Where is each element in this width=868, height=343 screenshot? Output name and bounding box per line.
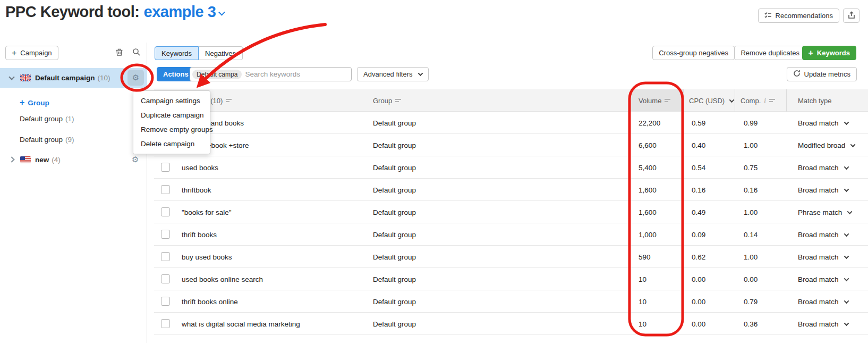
volume-header-label: Volume [639, 97, 661, 105]
search-icon[interactable] [132, 48, 141, 58]
chevron-down-icon [844, 276, 849, 281]
keyword-cell: thrift books [182, 223, 217, 246]
row-checkbox[interactable] [161, 297, 170, 306]
row-checkbox[interactable] [161, 185, 170, 194]
search-keywords-input[interactable] [245, 70, 351, 78]
column-header-comp[interactable]: Comp. i [741, 89, 775, 112]
table-row: thriftbook Default group 1,600 0.16 0.16… [154, 179, 868, 201]
collapse-chevron-icon[interactable] [8, 74, 14, 80]
sort-icon[interactable] [395, 98, 401, 103]
match-type-dropdown[interactable]: Phrase match [798, 201, 852, 223]
comp-cell: 0.00 [744, 268, 758, 290]
match-type-dropdown[interactable]: Broad match [798, 179, 848, 201]
row-checkbox[interactable] [161, 163, 170, 172]
cpc-cell: 0.00 [692, 290, 705, 313]
cpc-cell: 0.40 [692, 134, 705, 156]
table-row: second hand books Default group 22,200 0… [154, 112, 868, 134]
group-cell: Default group [373, 156, 416, 179]
match-type-dropdown[interactable]: Modified broad [798, 134, 855, 156]
table-row: thrift books online Default group 10 0.0… [154, 290, 868, 313]
group-cell: Default group [373, 223, 416, 246]
group-cell: Default group [373, 179, 416, 201]
chevron-down-icon[interactable] [218, 9, 225, 16]
sort-icon[interactable] [665, 98, 670, 103]
match-type-dropdown[interactable]: Broad match [798, 290, 848, 313]
volume-cell: 10 [639, 313, 646, 335]
ppc-keyword-tool-app: PPC Keyword tool:example 3 Recommendatio… [0, 0, 868, 343]
sidebar-item-default-campaign[interactable]: Default campaign (10) ⚙ [0, 68, 147, 88]
menu-item-duplicate-campaign[interactable]: Duplicate campaign [133, 108, 210, 122]
comp-cell: 0.79 [744, 290, 758, 313]
group-cell: Default group [373, 246, 416, 268]
campaign-gear-icon[interactable]: ⚙ [127, 70, 144, 86]
match-type-dropdown[interactable]: Broad match [798, 112, 848, 134]
volume-cell: 10 [639, 268, 646, 290]
plus-icon: + [12, 48, 16, 58]
row-checkbox[interactable] [161, 319, 170, 328]
volume-cell: 22,200 [639, 112, 660, 134]
match-type-dropdown[interactable]: Broad match [798, 268, 848, 290]
cpc-cell: 0.62 [692, 246, 705, 268]
campaign-filter-chip[interactable]: Default campa [192, 70, 242, 79]
advanced-filters-button[interactable]: Advanced filters [357, 67, 429, 81]
sort-icon[interactable] [769, 98, 775, 103]
project-name-dropdown[interactable]: example 3 [144, 3, 216, 20]
chevron-down-icon [844, 164, 849, 170]
refresh-icon [793, 70, 801, 79]
row-checkbox[interactable] [161, 207, 170, 216]
chevron-down-icon [844, 120, 849, 125]
sidebar-item-default-group-9[interactable]: Default group (9) [0, 131, 147, 147]
chevron-down-icon [844, 254, 849, 259]
page-title-text: PPC Keyword tool: [5, 3, 140, 20]
match-type-dropdown[interactable]: Broad match [798, 223, 848, 246]
trash-icon[interactable] [115, 48, 123, 58]
group-cell: Default group [373, 290, 416, 313]
update-metrics-button[interactable]: Update metrics [787, 67, 857, 81]
export-button[interactable] [843, 9, 860, 23]
match-type-label: Broad match [798, 231, 839, 239]
row-checkbox[interactable] [161, 230, 170, 239]
match-type-header-label: Match type [798, 97, 832, 105]
remove-duplicates-button[interactable]: Remove duplicates [734, 46, 806, 60]
cpc-cell: 0.16 [692, 179, 705, 201]
advanced-filters-label: Advanced filters [363, 70, 413, 78]
column-header-cpc[interactable]: CPC (USD) [689, 89, 734, 112]
match-type-dropdown[interactable]: Broad match [798, 313, 848, 335]
add-keywords-button[interactable]: + Keywords [802, 46, 856, 60]
menu-item-delete-campaign[interactable]: Delete campaign [133, 137, 210, 151]
sidebar-item-default-group-1[interactable]: Default group (1) [0, 111, 147, 127]
row-checkbox[interactable] [161, 252, 170, 261]
group-count: (9) [65, 136, 74, 144]
sidebar-item-new-campaign[interactable]: new (4) ⚙ [0, 152, 147, 168]
menu-item-remove-empty-groups[interactable]: Remove empty groups [133, 122, 210, 137]
column-header-group[interactable]: Group [373, 89, 401, 112]
actions-label: Actions [163, 70, 189, 78]
cpc-cell: 0.00 [692, 313, 705, 335]
cross-group-negatives-button[interactable]: Cross-group negatives [652, 46, 735, 60]
cpc-cell: 0.00 [692, 268, 705, 290]
cpc-cell: 0.59 [692, 112, 705, 134]
group-cell: Default group [373, 134, 416, 156]
comp-cell: 0.14 [744, 223, 758, 246]
tab-keywords[interactable]: Keywords [155, 46, 199, 60]
group-cell: Default group [373, 268, 416, 290]
table-header: Keyword (10) Group Volume CPC (USD) Comp… [154, 89, 868, 112]
page-title: PPC Keyword tool:example 3 [5, 3, 224, 21]
sort-icon[interactable] [226, 98, 232, 103]
recommendations-button[interactable]: Recommendations [758, 9, 839, 23]
expand-chevron-icon[interactable] [8, 156, 14, 162]
tab-negatives[interactable]: Negatives [199, 46, 243, 60]
match-type-dropdown[interactable]: Broad match [798, 156, 848, 179]
match-type-label: Broad match [798, 298, 839, 306]
group-count: (1) [65, 115, 74, 123]
match-type-dropdown[interactable]: Broad match [798, 246, 848, 268]
remove-duplicates-label: Remove duplicates [741, 49, 799, 57]
add-campaign-button[interactable]: + Campaign [5, 46, 58, 60]
actions-button[interactable]: Actions [157, 67, 195, 81]
chevron-down-icon[interactable] [729, 97, 735, 103]
new-campaign-gear-icon[interactable]: ⚙ [132, 155, 139, 164]
menu-item-campaign-settings[interactable]: Campaign settings [133, 94, 210, 108]
row-checkbox[interactable] [161, 274, 170, 283]
column-header-volume[interactable]: Volume [639, 89, 670, 112]
uk-flag-icon [20, 74, 31, 81]
